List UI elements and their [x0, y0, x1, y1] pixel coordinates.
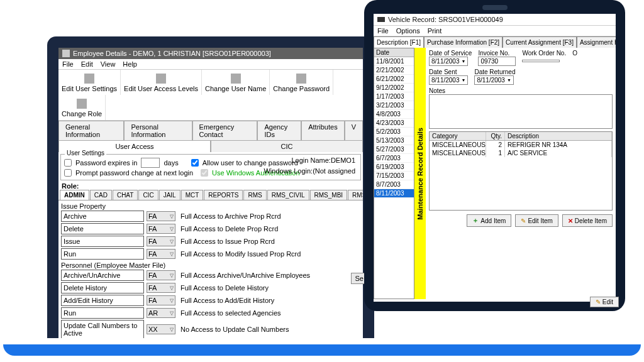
edit-access-levels-button[interactable]: Edit User Access Levels — [121, 70, 202, 95]
vtab-assignment[interactable]: Current Assignment [F3] — [502, 36, 577, 48]
tab-agency-ids[interactable]: Agency IDs — [257, 121, 301, 140]
grid-row[interactable]: MISCELLANEOUS1A/C SERVICE — [430, 149, 612, 157]
menu-view[interactable]: View — [101, 60, 116, 68]
role-tab-rms-mbi[interactable]: RMS_MBI — [310, 190, 348, 200]
vehicle-tabs: Description [F1] Purchase Information [F… — [374, 36, 616, 48]
permission-level-dropdown[interactable]: XX▽ — [147, 324, 175, 334]
vtab-description[interactable]: Description [F1] — [374, 36, 424, 48]
date-returned-dropdown[interactable]: 8/11/2003▼ — [474, 75, 513, 85]
role-tab-reports[interactable]: REPORTS — [204, 190, 243, 200]
permission-level-dropdown[interactable]: FA▽ — [147, 283, 175, 293]
date-list-item[interactable]: 7/15/2003 — [374, 172, 414, 180]
user-settings-legend: User Settings — [65, 150, 106, 156]
date-list-item[interactable]: 4/8/2003 — [374, 110, 414, 119]
permission-level-dropdown[interactable]: FA▽ — [147, 295, 175, 305]
permission-level-dropdown[interactable]: FA▽ — [147, 224, 175, 234]
role-tab-cad[interactable]: CAD — [90, 190, 112, 200]
col-description[interactable]: Description — [505, 132, 612, 140]
tablet-camera — [482, 5, 508, 10]
change-role-button[interactable]: Change Role — [58, 95, 106, 120]
change-password-button[interactable]: Change Password — [270, 70, 333, 95]
prompt-change-checkbox[interactable] — [64, 169, 72, 177]
permission-level-dropdown[interactable]: AR▽ — [147, 308, 175, 318]
date-list-item[interactable]: 4/23/2003 — [374, 119, 414, 128]
role-tab-chat[interactable]: CHAT — [113, 190, 138, 200]
vmenu-print[interactable]: Print — [428, 27, 442, 35]
vehicle-title: Vehicle Record: SRSO01VEH000049 — [388, 16, 503, 23]
chevron-down-icon: ▽ — [170, 239, 174, 244]
date-list-item[interactable]: 6/21/2002 — [374, 75, 414, 84]
permission-row: Add/Edit HistoryFA▽Full Access to Add/Ed… — [61, 295, 360, 306]
permission-level-dropdown[interactable]: FA▽ — [147, 211, 175, 221]
date-list-item[interactable]: 8/11/2003 — [374, 189, 414, 198]
tab-more[interactable]: V — [345, 121, 363, 140]
tab-attributes[interactable]: Attributes — [301, 121, 344, 140]
menu-file[interactable]: File — [62, 60, 74, 68]
notes-textarea[interactable] — [429, 94, 613, 129]
col-qty[interactable]: Qty. — [486, 132, 505, 140]
edit-item-button[interactable]: ✎Edit Item — [515, 214, 558, 227]
date-of-service-dropdown[interactable]: 8/11/2003▼ — [429, 57, 468, 66]
tab-cic[interactable]: CIC — [211, 140, 363, 152]
add-item-button[interactable]: ＋Add Item — [467, 214, 511, 227]
chevron-down-icon: ▽ — [170, 214, 174, 219]
permission-name: Update Call Numbers to Active — [61, 320, 144, 338]
role-tab-rms-civil[interactable]: RMS_CIVIL — [267, 190, 309, 200]
window-title: Employee Details - DEMO, 1 CHRISTIAN [SR… — [73, 50, 271, 57]
tab-personal-info[interactable]: Personal Information — [124, 121, 192, 140]
edit-user-settings-button[interactable]: Edit User Settings — [58, 70, 121, 95]
work-order-input[interactable] — [522, 60, 560, 62]
vtab-purchase[interactable]: Purchase Information [F2] — [424, 36, 502, 48]
date-list-item[interactable]: 2/21/2002 — [374, 66, 414, 75]
role-tab-rms[interactable]: RMS — [243, 190, 266, 200]
days-spinner[interactable] — [141, 158, 160, 168]
permission-name: Add/Edit History — [61, 295, 144, 306]
edit-button[interactable]: ✎Edit — [590, 297, 616, 302]
se-button[interactable]: Se — [351, 273, 363, 284]
date-list-item[interactable]: 3/21/2003 — [374, 101, 414, 110]
permission-level-dropdown[interactable]: FA▽ — [147, 249, 175, 259]
vmenu-options[interactable]: Options — [396, 27, 420, 35]
date-list-item[interactable]: 5/13/2003 — [374, 136, 414, 145]
delete-item-button[interactable]: ✕Delete Item — [562, 214, 613, 227]
date-list-item[interactable]: 8/7/2003 — [374, 180, 414, 189]
grid-row[interactable]: MISCELLANEOUS2REFRIGER NR 134A — [430, 141, 612, 149]
pencil-icon: ✎ — [596, 299, 601, 302]
use-windows-auth-checkbox[interactable] — [201, 169, 208, 177]
allow-change-password-checkbox[interactable] — [191, 159, 199, 167]
date-list-item[interactable]: 9/12/2002 — [374, 84, 414, 92]
tab-general-info[interactable]: General Information — [58, 121, 124, 140]
password-expires-checkbox[interactable] — [64, 159, 72, 167]
permission-row: Archive/UnArchiveFA▽Full Access Archive/… — [61, 270, 360, 281]
change-username-button[interactable]: Change User Name — [202, 70, 270, 95]
col-category[interactable]: Category — [430, 132, 486, 140]
permission-row: IssueFA▽Full Access to Issue Prop Rcrd — [61, 236, 360, 247]
date-sent-dropdown[interactable]: 8/11/2003▼ — [429, 75, 468, 85]
date-list-item[interactable]: 11/8/2001 — [374, 57, 414, 66]
date-list-item[interactable]: 6/7/2003 — [374, 154, 414, 163]
date-list-item[interactable]: 5/2/2003 — [374, 128, 414, 136]
tab-emergency[interactable]: Emergency Contact — [192, 121, 258, 140]
date-list-item[interactable]: 5/27/2003 — [374, 145, 414, 154]
permission-level-dropdown[interactable]: FA▽ — [147, 270, 175, 280]
role-tab-cic[interactable]: CIC — [138, 190, 158, 200]
menu-edit[interactable]: Edit — [81, 60, 93, 68]
window-titlebar: Employee Details - DEMO, 1 CHRISTIAN [SR… — [58, 48, 363, 59]
role-tab-rms-mi[interactable]: RMS_MI — [348, 190, 363, 200]
date-list[interactable]: Date 11/8/20012/21/20026/21/20029/12/200… — [374, 48, 414, 299]
permission-description: Full Access to selected Agencies — [178, 309, 281, 317]
role-tab-jail[interactable]: JAIL — [159, 190, 180, 200]
role-tab-mct[interactable]: MCT — [181, 190, 204, 200]
windows-login: Windows Login:(Not assigned — [264, 167, 355, 175]
vtab-history[interactable]: Assignment History [F4 — [577, 36, 616, 48]
permission-name: Archive/UnArchive — [61, 270, 144, 281]
chevron-down-icon: ▽ — [170, 285, 174, 291]
permission-level-dropdown[interactable]: FA▽ — [147, 236, 175, 246]
date-list-item[interactable]: 6/19/2003 — [374, 163, 414, 172]
toolbar: Edit User Settings Edit User Access Leve… — [58, 70, 363, 121]
role-tab-admin[interactable]: ADMIN — [60, 190, 89, 200]
vmenu-file[interactable]: File — [377, 27, 389, 35]
invoice-input[interactable]: 09730 — [478, 57, 516, 66]
menu-help[interactable]: Help — [123, 60, 137, 68]
date-list-item[interactable]: 1/17/2003 — [374, 92, 414, 101]
